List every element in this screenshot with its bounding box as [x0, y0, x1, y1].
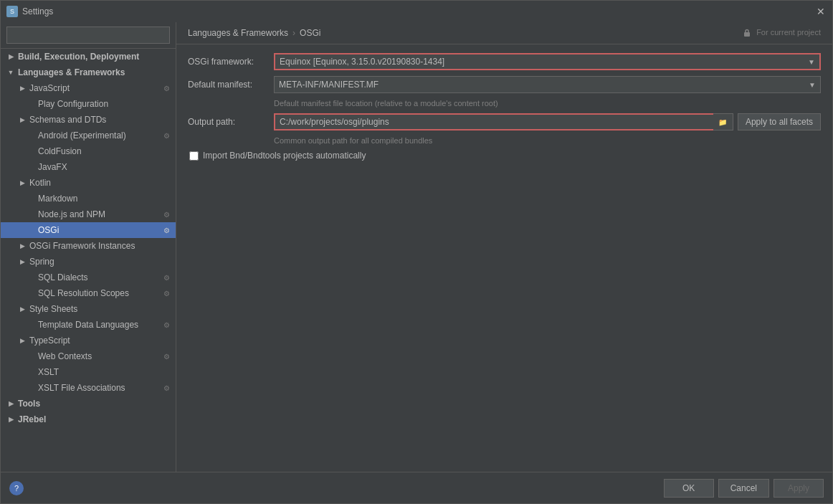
chevron-right-icon: ▶ — [18, 257, 27, 266]
settings-icon: ⚙ — [163, 353, 170, 361]
browse-button[interactable]: 📁 — [713, 113, 733, 130]
breadcrumb-1: Languages & Frameworks — [188, 28, 288, 38]
sidebar-item-label: SQL Dialects — [38, 272, 88, 282]
chevron-right-icon: ▶ — [18, 336, 27, 345]
import-checkbox-row: Import Bnd/Bndtools projects automatical… — [189, 151, 821, 161]
sidebar-item-label: OSGi Framework Instances — [29, 241, 135, 251]
default-manifest-control: META-INF/MANIFEST.MF ▼ — [274, 76, 821, 93]
lock-icon — [742, 28, 752, 38]
dropdown-arrow-icon: ▼ — [809, 81, 816, 89]
default-manifest-hint: Default manifest file location (relative… — [274, 99, 821, 108]
sidebar-item-label: Android (Experimental) — [38, 130, 126, 141]
sidebar-item-webcontexts[interactable]: ▶ Web Contexts ⚙ — [1, 348, 176, 364]
output-path-hint: Common output path for all compiled bund… — [274, 136, 821, 145]
default-manifest-row: Default manifest: META-INF/MANIFEST.MF ▼ — [188, 76, 821, 93]
settings-icon: ⚙ — [163, 211, 170, 219]
sidebar-item-label: JavaScript — [29, 83, 70, 93]
for-current-project-label: For current project — [742, 28, 821, 38]
sidebar-item-label: Spring — [29, 257, 54, 267]
title-bar: S Settings ✕ — [1, 1, 832, 22]
osgi-framework-control: Equinox [Equinox, 3.15.0.v20190830-1434]… — [274, 53, 821, 70]
sidebar-item-label: Kotlin — [29, 178, 51, 188]
sidebar-item-label: Template Data Languages — [38, 320, 138, 330]
settings-dialog: S Settings ✕ ▶ Build, Execution, Deploym… — [0, 0, 833, 504]
default-manifest-select[interactable]: META-INF/MANIFEST.MF ▼ — [274, 76, 821, 93]
import-checkbox-label: Import Bnd/Bndtools projects automatical… — [203, 151, 366, 161]
search-box — [1, 22, 176, 49]
sidebar-item-label: Languages & Frameworks — [18, 67, 125, 77]
sidebar-item-schemas[interactable]: ▶ Schemas and DTDs — [1, 112, 176, 128]
sidebar-item-nodejs[interactable]: ▶ Node.js and NPM ⚙ — [1, 206, 176, 222]
apply-button[interactable]: Apply — [774, 479, 824, 498]
sidebar: ▶ Build, Execution, Deployment ▼ Languag… — [1, 22, 176, 472]
sidebar-item-xslt[interactable]: ▶ XSLT — [1, 364, 176, 380]
settings-icon: ⚙ — [163, 384, 170, 392]
close-button[interactable]: ✕ — [815, 6, 827, 17]
help-button[interactable]: ? — [9, 481, 24, 495]
search-input[interactable] — [6, 27, 170, 44]
sidebar-item-build[interactable]: ▶ Build, Execution, Deployment — [1, 49, 176, 65]
sidebar-item-jrebel[interactable]: ▶ JRebel — [1, 412, 176, 427]
osgi-framework-label: OSGi framework: — [188, 57, 274, 67]
sidebar-item-label: Play Configuration — [38, 99, 108, 109]
osgi-framework-select[interactable]: Equinox [Equinox, 3.15.0.v20190830-1434]… — [274, 53, 821, 70]
default-manifest-label: Default manifest: — [188, 80, 274, 90]
osgi-framework-row: OSGi framework: Equinox [Equinox, 3.15.0… — [188, 53, 821, 70]
sidebar-item-kotlin[interactable]: ▶ Kotlin — [1, 175, 176, 191]
sidebar-item-spring[interactable]: ▶ Spring — [1, 254, 176, 270]
breadcrumb-separator: › — [292, 28, 295, 38]
settings-icon: ⚙ — [163, 85, 170, 92]
right-panel: Languages & Frameworks › OSGi For curren… — [176, 22, 832, 472]
sidebar-item-osgi-framework[interactable]: ▶ OSGi Framework Instances — [1, 238, 176, 254]
sidebar-item-coldfusion[interactable]: ▶ ColdFusion — [1, 143, 176, 159]
sidebar-item-typescript[interactable]: ▶ TypeScript — [1, 333, 176, 348]
settings-icon: ⚙ — [163, 290, 170, 298]
chevron-right-icon: ▶ — [18, 242, 27, 250]
sidebar-item-markdown[interactable]: ▶ Markdown — [1, 191, 176, 206]
sidebar-item-javascript[interactable]: ▶ JavaScript ⚙ — [1, 80, 176, 96]
settings-icon: ⚙ — [163, 227, 170, 234]
app-icon: S — [6, 6, 18, 17]
output-path-label: Output path: — [188, 117, 274, 127]
settings-icon: ⚙ — [163, 321, 170, 329]
sidebar-item-label: Node.js and NPM — [38, 209, 105, 219]
sidebar-item-sql-resolution[interactable]: ▶ SQL Resolution Scopes ⚙ — [1, 285, 176, 301]
chevron-right-icon: ▶ — [6, 52, 15, 61]
settings-icon: ⚙ — [163, 132, 170, 140]
settings-icon: ⚙ — [163, 274, 170, 282]
chevron-right-icon: ▶ — [6, 415, 15, 424]
sidebar-item-label: XSLT — [38, 367, 59, 377]
cancel-button[interactable]: Cancel — [718, 479, 769, 498]
chevron-right-icon: ▶ — [18, 115, 27, 124]
sidebar-item-label: XSLT File Associations — [38, 383, 125, 393]
output-path-input-group: 📁 Apply to all facets — [274, 113, 821, 130]
chevron-right-icon: ▶ — [18, 84, 27, 92]
sidebar-item-label: JavaFX — [38, 162, 67, 172]
sidebar-item-label: Build, Execution, Deployment — [18, 52, 139, 62]
dialog-title: Settings — [22, 6, 53, 16]
sidebar-item-label: Web Contexts — [38, 351, 92, 361]
sidebar-item-label: OSGi — [38, 225, 59, 235]
sidebar-item-tools[interactable]: ▶ Tools — [1, 396, 176, 412]
sidebar-item-android[interactable]: ▶ Android (Experimental) ⚙ — [1, 128, 176, 143]
sidebar-item-osgi[interactable]: ▶ OSGi ⚙ — [1, 222, 176, 238]
sidebar-item-template[interactable]: ▶ Template Data Languages ⚙ — [1, 317, 176, 333]
output-path-control: 📁 Apply to all facets — [274, 113, 821, 130]
sidebar-item-stylesheets[interactable]: ▶ Style Sheets — [1, 301, 176, 317]
ok-button[interactable]: OK — [664, 479, 714, 498]
sidebar-item-languages[interactable]: ▼ Languages & Frameworks — [1, 65, 176, 80]
chevron-right-icon: ▶ — [18, 179, 27, 187]
chevron-right-icon: ▶ — [18, 305, 27, 313]
sidebar-item-label: Tools — [18, 399, 40, 409]
sidebar-item-javafx[interactable]: ▶ JavaFX — [1, 159, 176, 175]
sidebar-items: ▶ Build, Execution, Deployment ▼ Languag… — [1, 49, 176, 472]
sidebar-item-sql-dialects[interactable]: ▶ SQL Dialects ⚙ — [1, 270, 176, 285]
sidebar-item-play[interactable]: ▶ Play Configuration — [1, 96, 176, 112]
bottom-bar: ? OK Cancel Apply — [1, 472, 832, 503]
import-checkbox[interactable] — [189, 151, 199, 161]
output-path-input[interactable] — [274, 113, 713, 130]
chevron-down-icon: ▼ — [6, 68, 15, 77]
bottom-buttons: OK Cancel Apply — [664, 479, 824, 498]
sidebar-item-xslt-assoc[interactable]: ▶ XSLT File Associations ⚙ — [1, 380, 176, 396]
apply-to-facets-button[interactable]: Apply to all facets — [738, 113, 821, 130]
